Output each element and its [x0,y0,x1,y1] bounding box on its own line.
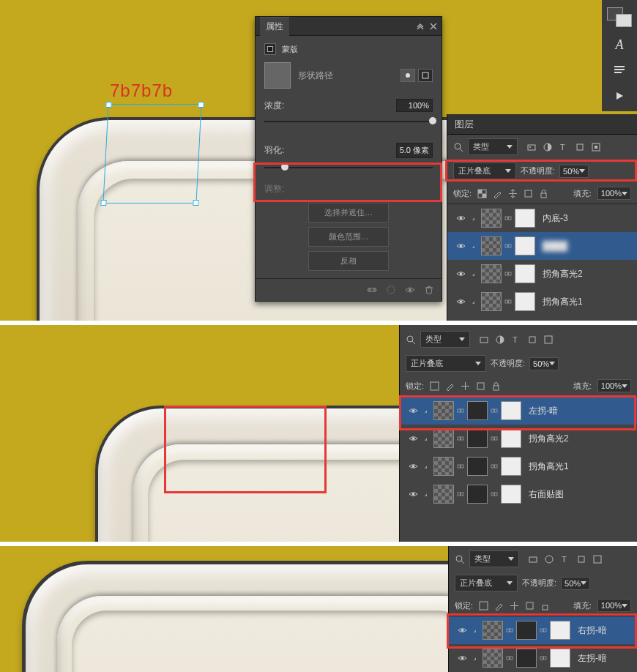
layer-row[interactable]: 左拐-暗 [400,397,637,425]
search-icon[interactable] [455,554,465,564]
svg-rect-19 [541,193,546,198]
filter-kind-select[interactable]: 类型 [468,138,518,155]
clip-indicator [472,627,480,634]
trash-icon[interactable] [424,285,434,295]
layer-row[interactable]: 右拐-暗 [449,616,637,644]
character-panel-icon[interactable]: A [611,37,628,53]
visibility-toggle[interactable] [406,490,420,498]
lock-trans-icon[interactable] [477,189,487,198]
vector-mask-toggle[interactable] [418,69,433,82]
lock-label: 锁定: [453,188,472,199]
lock-trans-icon[interactable] [479,601,488,611]
filter-type-icon[interactable]: T [511,335,521,345]
lock-all-icon[interactable] [491,381,501,391]
visibility-toggle[interactable] [453,214,468,222]
opacity-value[interactable]: 50% [529,357,559,370]
svg-rect-27 [505,272,508,275]
layer-row[interactable]: ████ [447,232,637,260]
layer-fill-thumb [467,401,488,420]
feather-slider[interactable] [264,161,433,173]
lock-paint-icon[interactable] [494,601,504,611]
opacity-value[interactable]: 50% [559,165,589,178]
visibility-toggle[interactable] [453,242,468,250]
lock-paint-icon[interactable] [493,189,502,198]
play-icon[interactable] [611,89,628,104]
svg-rect-67 [480,602,488,610]
invert-button[interactable]: 反相 [308,251,389,271]
close-icon[interactable] [430,23,437,30]
filter-adjust-icon[interactable] [544,554,554,564]
svg-rect-31 [509,300,512,303]
load-selection-icon[interactable] [386,285,396,295]
transform-selection[interactable] [103,104,201,204]
visibility-toggle[interactable] [453,270,468,277]
lock-artboard-icon[interactable] [524,189,533,198]
layer-row[interactable]: 内底-3 [447,204,637,232]
layer-row[interactable]: 右面贴图 [400,480,637,508]
blend-mode-select[interactable]: 正片叠底 [455,575,518,591]
fill-value[interactable]: 100% [597,599,631,612]
lock-position-icon[interactable] [508,189,518,198]
filter-kind-select[interactable]: 类型 [469,550,519,567]
lock-paint-icon[interactable] [445,381,455,391]
color-range-button[interactable]: 颜色范围… [308,227,389,247]
properties-tab[interactable]: 属性 [260,17,289,36]
lock-all-icon[interactable] [540,601,550,611]
lock-all-icon[interactable] [539,189,548,198]
density-value[interactable]: 100% [396,99,433,112]
layer-row[interactable]: 拐角高光2 [400,425,637,452]
lock-trans-icon[interactable] [430,381,439,391]
filter-shape-icon[interactable] [576,554,586,564]
filter-adjust-icon[interactable] [495,335,505,345]
filter-adjust-icon[interactable] [543,142,553,152]
filter-type-icon[interactable]: T [560,554,570,564]
layer-row[interactable]: 左拐-暗 [449,644,637,672]
layer-row[interactable]: 拐角高光2 [447,260,637,288]
filter-pixel-icon[interactable] [528,554,538,564]
svg-point-23 [459,244,462,247]
visibility-icon[interactable] [405,285,415,295]
opacity-value[interactable]: 50% [561,577,590,590]
collapse-icon[interactable] [417,23,424,30]
svg-point-5 [387,286,395,294]
blend-mode-select[interactable]: 正片叠底 [453,163,516,179]
visibility-toggle[interactable] [406,407,420,414]
filter-pixel-icon[interactable] [479,335,489,345]
filter-type-icon[interactable]: T [559,142,569,152]
visibility-toggle[interactable] [406,435,420,442]
layers-panel: 类型 T 正片叠底 不透明度: 50% 锁定: [399,325,637,542]
filter-smart-icon[interactable] [543,335,554,345]
visibility-toggle[interactable] [453,298,468,305]
color-swatches[interactable] [607,7,632,27]
fill-value[interactable]: 100% [597,187,631,200]
filter-smart-icon[interactable] [592,554,603,564]
paragraph-panel-icon[interactable] [611,63,628,78]
filter-smart-icon[interactable] [591,142,601,152]
lock-label: 锁定: [406,381,424,392]
lock-artboard-icon[interactable] [476,381,485,391]
link-icon[interactable] [367,285,377,295]
blend-mode-select[interactable]: 正片叠底 [406,355,486,372]
feather-value[interactable]: 5.0 像素 [396,143,433,158]
density-slider[interactable] [264,115,433,127]
layers-tab[interactable]: 图层 [447,114,637,135]
layer-row[interactable]: 拐角高光1 [400,452,637,480]
svg-rect-40 [493,386,499,390]
fill-value[interactable]: 100% [597,379,631,392]
visibility-toggle[interactable] [455,627,469,634]
lock-position-icon[interactable] [510,601,519,611]
pixel-mask-toggle[interactable] [401,69,415,82]
lock-artboard-icon[interactable] [525,601,534,611]
search-icon[interactable] [453,142,463,152]
search-icon[interactable] [406,335,416,345]
layer-name: 右面贴图 [529,488,564,501]
layer-row[interactable]: 拐角高光1 [447,288,637,316]
lock-position-icon[interactable] [461,381,470,391]
visibility-toggle[interactable] [406,463,420,470]
filter-shape-icon[interactable] [527,335,537,345]
filter-pixel-icon[interactable] [526,142,537,152]
filter-shape-icon[interactable] [575,142,585,152]
visibility-toggle[interactable] [455,654,469,662]
filter-kind-select[interactable]: 类型 [420,331,470,348]
select-and-mask-button[interactable]: 选择并遮住… [308,203,389,223]
